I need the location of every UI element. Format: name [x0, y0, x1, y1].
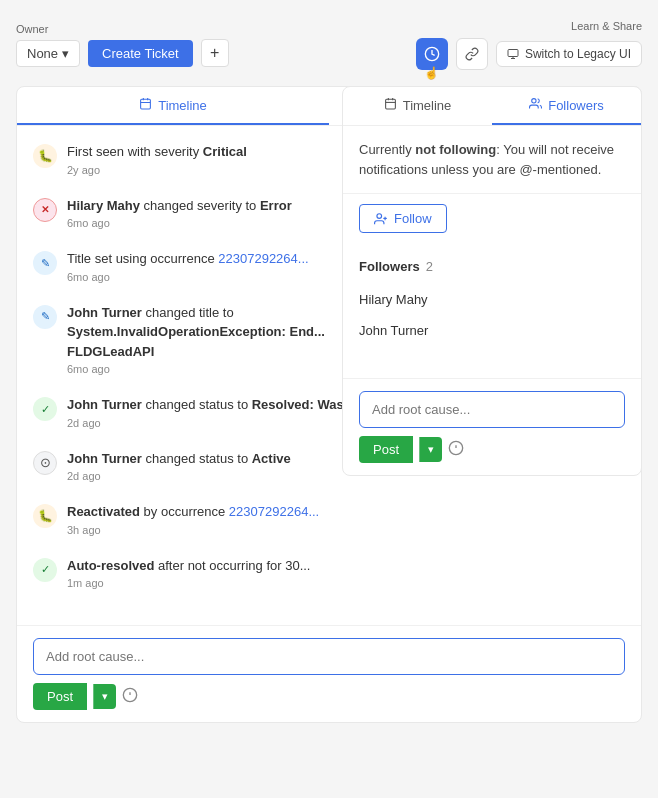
timeline-text: Reactivated by occurrence 22307292264... — [67, 502, 625, 522]
svg-point-17 — [377, 213, 382, 218]
occurrence-link[interactable]: 22307292264... — [218, 251, 308, 266]
followers-icon-right — [529, 97, 542, 113]
content-area: Timeline Followers — [16, 86, 642, 723]
owner-section: Owner None ▾ Create Ticket + — [16, 23, 229, 67]
error-icon: ✕ — [33, 198, 57, 222]
right-panel: Timeline Followers Currently not — [342, 86, 642, 476]
occurrence-link-2[interactable]: 22307292264... — [229, 504, 319, 519]
tab-timeline-label-left: Timeline — [158, 98, 207, 113]
follow-label: Follow — [394, 211, 432, 226]
edit-icon-2: ✎ — [33, 305, 57, 329]
followers-count: 2 — [426, 259, 433, 274]
clock-button[interactable] — [416, 38, 448, 70]
svg-rect-4 — [141, 99, 151, 109]
bug-icon: 🐛 — [33, 144, 57, 168]
notice-prefix: Currently — [359, 142, 415, 157]
check-icon: ✓ — [33, 397, 57, 421]
right-post-button[interactable]: Post — [359, 436, 413, 463]
right-info-button[interactable] — [448, 440, 464, 459]
left-root-cause-input[interactable] — [33, 638, 625, 675]
svg-rect-1 — [508, 50, 518, 57]
right-root-cause-area: Post ▾ — [343, 378, 641, 475]
followers-title: Followers — [359, 259, 420, 274]
followers-notice: Currently not following: You will not re… — [343, 126, 641, 194]
check-icon-2: ✓ — [33, 558, 57, 582]
learn-share-section: Learn & Share — [416, 20, 642, 70]
left-post-button[interactable]: Post — [33, 683, 87, 710]
main-container: Owner None ▾ Create Ticket + Learn & Sha… — [0, 0, 658, 798]
left-post-area: Post ▾ — [33, 683, 625, 710]
switch-legacy-button[interactable]: Switch to Legacy UI — [496, 41, 642, 67]
notice-bold: not following — [415, 142, 496, 157]
owner-controls: None ▾ Create Ticket + — [16, 39, 229, 67]
edit-icon: ✎ — [33, 251, 57, 275]
tab-timeline-label-right: Timeline — [403, 98, 452, 113]
right-tabs: Timeline Followers — [343, 87, 641, 126]
right-root-cause-input[interactable] — [359, 391, 625, 428]
link-button[interactable] — [456, 38, 488, 70]
timeline-time: 3h ago — [67, 524, 625, 536]
timeline-body: Auto-resolved after not occurring for 30… — [67, 556, 625, 590]
chevron-down-icon: ▾ — [62, 46, 69, 61]
left-info-button[interactable] — [122, 687, 138, 706]
create-ticket-button[interactable]: Create Ticket — [88, 40, 193, 67]
right-post-dropdown-button[interactable]: ▾ — [419, 437, 442, 462]
owner-dropdown[interactable]: None ▾ — [16, 40, 80, 67]
clock-ring-icon: ⊙ — [33, 451, 57, 475]
tab-timeline-left[interactable]: Timeline — [17, 87, 329, 125]
timeline-body: Reactivated by occurrence 22307292264...… — [67, 502, 625, 536]
learn-share-label: Learn & Share — [571, 20, 642, 32]
follower-name-1: Hilary Mahy — [359, 292, 428, 307]
right-post-area: Post ▾ — [359, 436, 625, 463]
timeline-time: 1m ago — [67, 577, 625, 589]
bug-icon-2: 🐛 — [33, 504, 57, 528]
followers-section: Followers 2 Hilary Mahy John Turner — [343, 247, 641, 358]
owner-label: Owner — [16, 23, 229, 35]
svg-rect-12 — [385, 99, 395, 109]
follower-item-2: John Turner — [359, 315, 625, 346]
add-button[interactable]: + — [201, 39, 229, 67]
tab-followers-label-right: Followers — [548, 98, 604, 113]
switch-legacy-label: Switch to Legacy UI — [525, 47, 631, 61]
follower-name-2: John Turner — [359, 323, 428, 338]
learn-share-controls: Switch to Legacy UI — [416, 38, 642, 70]
timeline-icon — [139, 97, 152, 113]
follow-button[interactable]: Follow — [359, 204, 447, 233]
top-bar: Owner None ▾ Create Ticket + Learn & Sha… — [16, 20, 642, 70]
left-post-dropdown-button[interactable]: ▾ — [93, 684, 116, 709]
timeline-item: ✓ Auto-resolved after not occurring for … — [33, 556, 625, 590]
follower-item-1: Hilary Mahy — [359, 284, 625, 315]
tab-timeline-right[interactable]: Timeline — [343, 87, 492, 125]
owner-value: None — [27, 46, 58, 61]
timeline-icon-right — [384, 97, 397, 113]
followers-header: Followers 2 — [359, 259, 625, 274]
timeline-item: 🐛 Reactivated by occurrence 22307292264.… — [33, 502, 625, 536]
left-root-cause-area: Post ▾ — [17, 625, 641, 722]
svg-point-16 — [532, 99, 536, 103]
tab-followers-right[interactable]: Followers — [492, 87, 641, 125]
timeline-text: Auto-resolved after not occurring for 30… — [67, 556, 625, 576]
